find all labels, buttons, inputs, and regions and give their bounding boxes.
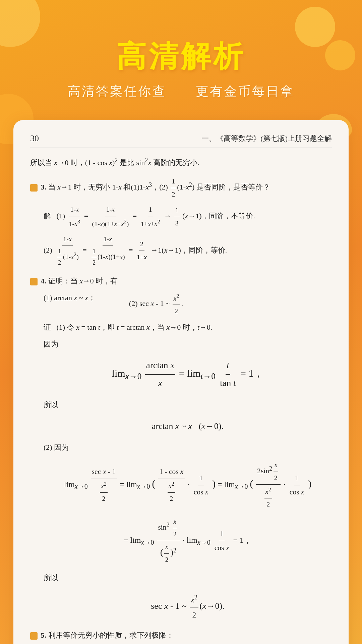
problem-4-part1: (1) arctan x ~ x； bbox=[44, 291, 96, 318]
page-number: 30 bbox=[30, 133, 39, 144]
problem-4-part2: (2) sec x - 1 ~ x22. bbox=[129, 291, 183, 318]
result-equation-2: sec x - 1 ~ x22(x→0). bbox=[44, 591, 332, 623]
proof-therefore-2: 所以 bbox=[44, 571, 332, 585]
math-content: 所以当 x→0 时，(1 - cos x)2 是比 sin2x 高阶的无穷小. … bbox=[30, 155, 332, 644]
subtitle-left: 高清答案任你查 bbox=[68, 84, 166, 98]
problem-icon bbox=[30, 184, 38, 192]
subtitle: 高清答案任你查 更有金币每日拿 bbox=[0, 83, 362, 100]
content-card: 30 一、《高等数学》(第七版)上册习题全解 所以当 x→0 时，(1 - co… bbox=[13, 120, 349, 644]
solution-3-2: (2) 1-x 12(1-x2) = 1-x 12(1-x)(1+x) = 21… bbox=[44, 233, 332, 269]
problem-4: 4. 证明：当 x→0 时，有 (1) arctan x ~ x； (2) se… bbox=[30, 274, 332, 318]
main-title: 高清解析 bbox=[0, 40, 362, 73]
proof-because-1: 因为 bbox=[44, 337, 332, 351]
problem-3-text: 3. 当 x→1 时，无穷小 1-x 和(1)1-x3，(2) 12(1-x2)… bbox=[30, 175, 332, 201]
proof-part2: (2) 因为 bbox=[44, 440, 332, 454]
problem-3: 3. 当 x→1 时，无穷小 1-x 和(1)1-x3，(2) 12(1-x2)… bbox=[30, 175, 332, 201]
proof-4: 证 (1) 令 x = tan t，即 t = arctan x，当 x→0 时… bbox=[44, 320, 332, 623]
book-title: 一、《高等数学》(第七版)上册习题全解 bbox=[201, 133, 332, 144]
limit-equation-2: limx→0 sec x - 1 x22 = limx→0 ( 1 - cos … bbox=[44, 459, 332, 511]
limit-equation-1: limx→0 arctan xx = limt→0 ttan t = 1， bbox=[44, 357, 332, 392]
header: 高清解析 高清答案任你查 更有金币每日拿 bbox=[0, 0, 362, 110]
problem-4-parts: (1) arctan x ~ x； (2) sec x - 1 ~ x22. bbox=[44, 291, 332, 318]
problem-5-icon bbox=[30, 632, 38, 640]
problem-5: 5. 利用等价无穷小的性质，求下列极限： (1) limx→0 tan 3x2x… bbox=[30, 628, 332, 644]
problem-5-text: 5. 利用等价无穷小的性质，求下列极限： bbox=[30, 628, 332, 642]
limit-equation-3: = limx→0 sin2 x2 (x2)2 · limx→0 1cos x =… bbox=[44, 516, 332, 566]
problem-4-icon bbox=[30, 278, 38, 285]
intro-text: 所以当 x→0 时，(1 - cos x)2 是比 sin2x 高阶的无穷小. bbox=[30, 155, 332, 170]
proof-therefore-1: 所以 bbox=[44, 398, 332, 412]
card-header: 30 一、《高等数学》(第七版)上册习题全解 bbox=[30, 133, 332, 148]
solution-label-3: 解 (1) 1-x1-x3 = 1-x(1-x)(1+x+x2) = 11+x+… bbox=[44, 203, 332, 230]
result-equation-1: arctan x ~ x (x→0). bbox=[44, 418, 332, 434]
proof-label: 证 (1) 令 x = tan t，即 t = arctan x，当 x→0 时… bbox=[44, 320, 332, 334]
problem-3-solution: 解 (1) 1-x1-x3 = 1-x(1-x)(1+x+x2) = 11+x+… bbox=[44, 203, 332, 269]
subtitle-right: 更有金币每日拿 bbox=[196, 84, 294, 98]
problem-4-text: 4. 证明：当 x→0 时，有 bbox=[30, 274, 332, 288]
